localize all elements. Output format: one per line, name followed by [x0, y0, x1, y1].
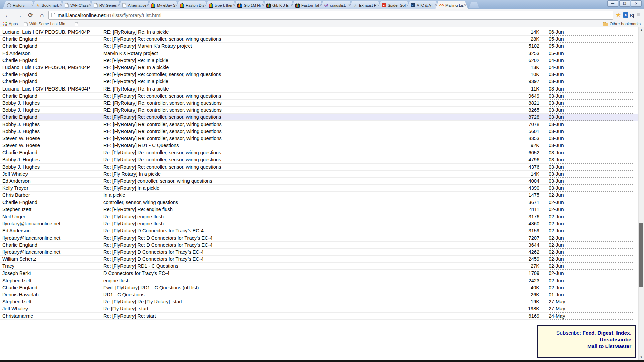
scroll-down-icon[interactable]: ▼: [639, 355, 644, 360]
mail-subject[interactable]: RE: [FlyRotary] Re: In a pickle: [103, 64, 509, 71]
mail-from[interactable]: Neil Unger: [0, 213, 103, 220]
mail-subject[interactable]: Re: [FlyRotary] engine flush: [103, 220, 509, 227]
mail-row[interactable]: Charlie EnglandRe: [FlyRotary] Re: In a …: [0, 78, 638, 85]
mail-from[interactable]: Tracy: [0, 263, 103, 270]
mail-row[interactable]: Charlie EnglandRe: [FlyRotary] Re: D Con…: [0, 242, 638, 249]
mail-from[interactable]: William Schertz: [0, 256, 103, 263]
mail-from[interactable]: Charlie England: [0, 242, 103, 249]
mail-row[interactable]: Jeff WhaleyRe [Fly Rotary]: start198K27-…: [0, 305, 638, 312]
mail-row[interactable]: Luciano, Luis I CIV PEOSUB, PMS404PRE: […: [0, 28, 638, 36]
mail-subject[interactable]: RE: [FlyRotary] Re: controller, sensor, …: [103, 128, 509, 135]
mail-row[interactable]: Bobby J. HughesRe: [FlyRotary] Re: contr…: [0, 156, 638, 163]
mail-row[interactable]: Steven W. BoeseRE: [FlyRotary] RD1 - C Q…: [0, 142, 638, 149]
mail-from[interactable]: Charlie England: [0, 36, 103, 43]
mail-row[interactable]: Charlie EnglandRe: [FlyRotary] Re: contr…: [0, 149, 638, 156]
mail-subject[interactable]: Re [Fly Rotary]: start: [103, 305, 509, 312]
mail-row[interactable]: Ed AndersonRe: [FlyRotary] D Connectors …: [0, 227, 638, 234]
tab-faston-dis[interactable]: Faston Dis×: [176, 1, 208, 9]
home-icon[interactable]: ⌂: [37, 12, 47, 18]
mail-from[interactable]: Chris Barber: [0, 192, 103, 199]
tab-close-icon[interactable]: ×: [464, 3, 466, 7]
mail-subject[interactable]: In a pickle: [103, 192, 509, 199]
mail-subject[interactable]: Re: [FlyRotary] D Connectors for Tracy's…: [103, 227, 509, 234]
mail-from[interactable]: Charlie England: [0, 199, 103, 206]
mail-from[interactable]: Ed Anderson: [0, 50, 103, 57]
mail-from[interactable]: Steven W. Boese: [0, 142, 103, 149]
tab-atc-at[interactable]: ⋈ATC & AT×: [407, 1, 439, 9]
back-icon[interactable]: ←: [3, 12, 13, 18]
mail-subject[interactable]: RE: [FlyRotary] RD1 - C Questions: [103, 142, 509, 149]
mail-row[interactable]: flyrotary@lancaironline.netRe: [FlyRotar…: [0, 220, 638, 227]
menu-icon[interactable]: ≡: [637, 12, 640, 18]
tab-my-ebay-s[interactable]: My eBay S×: [147, 1, 179, 9]
mail-from[interactable]: Stephen Izett: [0, 206, 103, 213]
tab-gib-k-j-e-t[interactable]: Gib K J E T×: [262, 1, 295, 9]
mail-subject[interactable]: Re: [FlyRotary] engine flush: [103, 213, 509, 220]
mail-from[interactable]: Stephen Izett: [0, 298, 103, 305]
mail-subject[interactable]: Re: [FlyRotary] Re [Fly Rotary]: start: [103, 298, 509, 305]
mail-from[interactable]: Luciano, Luis I CIV PEOSUB, PMS404P: [0, 64, 103, 71]
mail-subject[interactable]: Re: [FlyRotary] Re: controller, sensor, …: [103, 164, 509, 171]
scroll-up-icon[interactable]: ▲: [639, 27, 644, 33]
mail-row[interactable]: Charlie EnglandRe: [FlyRotary] Re: In a …: [0, 57, 638, 64]
mail-from[interactable]: Charlie England: [0, 71, 103, 78]
mail-subject[interactable]: RE: [FlyRotary] Re: In a pickle: [103, 85, 509, 93]
xmarks-extension-icon[interactable]: X: [623, 12, 628, 18]
mail-row[interactable]: Ed AndersonMarvin K's Rotary project3253…: [0, 50, 638, 57]
tab-craigslist[interactable]: ☮craigslist:×: [320, 1, 353, 9]
mail-from[interactable]: Jeff Whaley: [0, 305, 103, 312]
tab-vaf-classif[interactable]: VAF Classif×: [60, 1, 93, 9]
mail-row[interactable]: Bobby J. HughesRE: [FlyRotary] Re: contr…: [0, 100, 638, 107]
vertical-scrollbar[interactable]: ▲ ▼: [638, 27, 644, 360]
mail-row[interactable]: Joseph BerkiD Connectors for Tracy's EC-…: [0, 270, 638, 277]
mail-from[interactable]: Christamarmc: [0, 313, 103, 320]
mail-row[interactable]: Dennis HavarlahRD1 - C Questions26K01-Ju…: [0, 291, 638, 298]
mail-from[interactable]: Charlie England: [0, 149, 103, 156]
mail-subject[interactable]: RE: [FlyRotary] Re: controller, sensor, …: [103, 135, 509, 142]
unsubscribe-link[interactable]: Unsubscribe: [538, 336, 631, 343]
mail-row[interactable]: Luciano, Luis I CIV PEOSUB, PMS404PRE: […: [0, 64, 638, 71]
mail-row[interactable]: Luciano, Luis I CIV PEOSUB, PMS404PRE: […: [0, 85, 638, 93]
mail-row[interactable]: Charlie EnglandRe: [FlyRotary] Re: contr…: [0, 93, 638, 100]
apps-shortcut[interactable]: Apps: [3, 22, 18, 26]
close-button[interactable]: ✕: [631, 0, 642, 7]
mail-subject[interactable]: RD1 - C Questions: [103, 291, 509, 298]
mail-from[interactable]: Bobby J. Hughes: [0, 107, 103, 114]
mail-subject[interactable]: RE: [FlyRotary] Re: controller, sensor, …: [103, 107, 509, 114]
mail-from[interactable]: Ed Anderson: [0, 178, 103, 185]
mail-subject[interactable]: Re: [FlyRotary] Re: controller, sensor, …: [103, 156, 509, 163]
mail-from[interactable]: flyrotary@lancaironline.net: [0, 234, 103, 241]
mail-row[interactable]: flyrotary@lancaironline.netRe: [FlyRotar…: [0, 234, 638, 241]
mail-subject[interactable]: engine flush: [103, 277, 509, 284]
other-bookmarks[interactable]: Other bookmarks: [603, 22, 641, 26]
tab-rv-genera[interactable]: RV Genera×: [89, 1, 122, 9]
mail-row[interactable]: ChristamarmcRe: [FlyRotary] Re: start616…: [0, 313, 638, 320]
mail-from[interactable]: Luciano, Luis I CIV PEOSUB, PMS404P: [0, 85, 103, 93]
reload-icon[interactable]: ⟳: [25, 12, 36, 18]
mail-from[interactable]: Kelly Troyer: [0, 185, 103, 192]
mail-row[interactable]: Bobby J. HughesRE: [FlyRotary] Re: contr…: [0, 121, 638, 128]
mail-row[interactable]: Ed AndersonRe: [FlyRotary] controller, s…: [0, 178, 638, 185]
mail-from[interactable]: Bobby J. Hughes: [0, 156, 103, 163]
mail-row[interactable]: Bobby J. HughesRE: [FlyRotary] Re: contr…: [0, 107, 638, 114]
scrollbar-thumb[interactable]: [639, 223, 643, 287]
mail-row[interactable]: Bobby J. HughesRe: [FlyRotary] Re: contr…: [0, 164, 638, 171]
tab-gib-1m-hi[interactable]: Gib 1M Hi×: [233, 1, 266, 9]
mail-row[interactable]: TracyRe: [FlyRotary] RD1 - C Questions27…: [0, 263, 638, 270]
mail-from[interactable]: Charlie England: [0, 93, 103, 100]
mail-from[interactable]: Ed Anderson: [0, 227, 103, 234]
mail-subject[interactable]: D Connectors for Tracy's EC-4: [103, 270, 509, 277]
bookmark-item-untitled[interactable]: [75, 22, 78, 26]
mail-subject[interactable]: Re: [FlyRotary] Re: D Connectors for Tra…: [103, 242, 509, 249]
new-tab-button[interactable]: [469, 2, 479, 8]
mail-from[interactable]: Charlie England: [0, 43, 103, 50]
mail-from[interactable]: Jeff Whaley: [0, 171, 103, 178]
mail-subject[interactable]: RE: [FlyRotary] Re: controller, sensor, …: [103, 121, 509, 128]
subscribe-digest-link[interactable]: Digest: [597, 330, 613, 336]
mail-subject[interactable]: Re: [FlyRotary] Re: controller, sensor, …: [103, 71, 509, 78]
mail-from[interactable]: Bobby J. Hughes: [0, 128, 103, 135]
mail-row[interactable]: Kelly TroyerRe: [FlyRotary] In a pickle4…: [0, 185, 638, 192]
mail-from[interactable]: Bobby J. Hughes: [0, 100, 103, 107]
tab-history[interactable]: History×: [3, 1, 35, 9]
mail-subject[interactable]: Re: [FlyRotary] Re: D Connectors for Tra…: [103, 234, 509, 241]
